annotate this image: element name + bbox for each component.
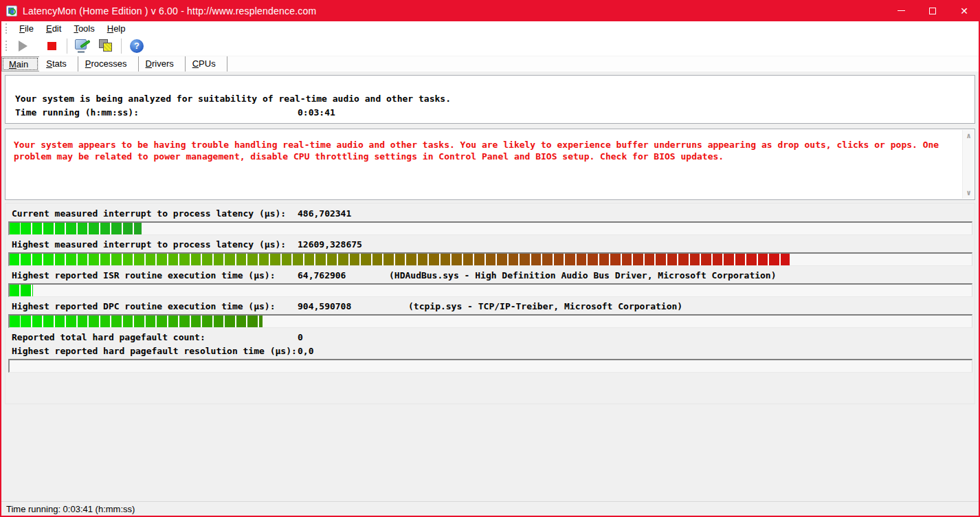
menu-bar: File Edit Tools Help — [1, 21, 979, 36]
tab-processes[interactable]: Processes — [78, 56, 139, 72]
processes-button[interactable] — [96, 37, 115, 55]
highest-latency-bar-fill — [10, 254, 790, 265]
warning-scrollbar[interactable]: ∧ ∨ — [962, 130, 974, 199]
dpc-time-label: Highest reported DPC routine execution t… — [12, 301, 276, 311]
tab-cpus[interactable]: CPUs — [186, 56, 227, 72]
toolbar-separator — [67, 38, 67, 54]
main-panel: Your system is being analyzed for suitab… — [1, 72, 979, 503]
pagefault-bar-track — [8, 359, 972, 373]
analysis-status-text: Your system is being analyzed for suitab… — [15, 94, 451, 104]
tab-stats[interactable]: Stats — [39, 56, 78, 72]
menu-file[interactable]: File — [13, 22, 40, 35]
stop-monitor-button[interactable] — [42, 37, 61, 55]
isr-time-value: 64,762906 — [298, 270, 346, 280]
latency-meters-group: Current measured interrupt to process la… — [5, 203, 975, 404]
dpc-time-value: 904,590708 — [298, 301, 351, 311]
menu-edit[interactable]: Edit — [40, 22, 67, 35]
maximize-button[interactable] — [917, 0, 948, 21]
time-running-label: Time running (h:mm:ss): — [15, 107, 139, 118]
tab-main[interactable]: Main — [1, 56, 39, 72]
isr-time-label: Highest reported ISR routine execution t… — [12, 270, 276, 280]
toolbar-separator — [121, 38, 122, 54]
app-icon — [6, 6, 17, 16]
analyze-button[interactable] — [73, 37, 92, 55]
dpc-driver-info: (tcpip.sys - TCP/IP-Treiber, Microsoft C… — [408, 301, 682, 311]
title-bar: LatencyMon (Home Edition ) v 6.00 - http… — [0, 0, 980, 21]
help-icon: ? — [130, 39, 144, 53]
caption-buttons: ✕ — [885, 0, 980, 21]
analysis-summary-box: Your system is being analyzed for suitab… — [5, 75, 975, 124]
scroll-up-icon[interactable]: ∧ — [963, 130, 975, 142]
window-title: LatencyMon (Home Edition ) v 6.00 - http… — [23, 6, 316, 16]
warning-text: Your system appears to be having trouble… — [14, 139, 957, 162]
tool-bar: ? — [1, 36, 979, 56]
current-latency-value: 486,702341 — [298, 208, 351, 219]
toolbar-grip — [5, 41, 8, 51]
close-icon: ✕ — [960, 6, 968, 16]
processes-windows-icon — [98, 38, 114, 54]
pagefault-count-label: Reported total hard pagefault count: — [12, 332, 205, 342]
highest-latency-bar-track — [8, 252, 972, 266]
tab-strip: Main Stats Processes Drivers CPUs — [1, 56, 979, 72]
dpc-bar-fill — [10, 316, 263, 327]
minimize-icon — [898, 10, 905, 11]
pagefault-time-value: 0,0 — [298, 346, 313, 356]
close-button[interactable]: ✕ — [948, 0, 980, 21]
isr-driver-info: (HDAudBus.sys - High Definition Audio Bu… — [389, 270, 777, 280]
menu-help[interactable]: Help — [101, 22, 132, 35]
highest-latency-value: 12609,328675 — [298, 239, 362, 250]
pagefault-time-label: Highest reported hard pagefault resoluti… — [12, 346, 297, 356]
scroll-down-icon[interactable]: ∨ — [963, 187, 975, 199]
status-text: Time running: 0:03:41 (h:mm:ss) — [6, 504, 135, 514]
dpc-bar-track — [8, 314, 972, 328]
play-icon — [19, 41, 27, 52]
menu-grip — [5, 23, 8, 34]
warning-box: Your system appears to be having trouble… — [5, 129, 975, 200]
latencymon-window: LatencyMon (Home Edition ) v 6.00 - http… — [0, 0, 980, 517]
minimize-button[interactable] — [885, 0, 917, 21]
isr-bar-track — [8, 283, 972, 297]
menu-tools[interactable]: Tools — [67, 22, 100, 35]
help-button[interactable]: ? — [127, 37, 146, 55]
analyze-tools-icon — [74, 38, 91, 54]
time-running-value: 0:03:41 — [298, 107, 335, 118]
start-monitor-button[interactable] — [13, 37, 32, 55]
stop-icon — [47, 42, 56, 50]
isr-bar-fill — [10, 285, 33, 296]
status-bar: Time running: 0:03:41 (h:mm:ss) — [1, 501, 979, 516]
highest-latency-label: Highest measured interrupt to process la… — [12, 239, 286, 250]
current-latency-bar-track — [8, 221, 972, 235]
current-latency-bar-fill — [10, 223, 142, 234]
current-latency-label: Current measured interrupt to process la… — [12, 208, 286, 219]
maximize-icon — [929, 8, 936, 14]
pagefault-count-value: 0 — [298, 332, 303, 342]
tab-drivers[interactable]: Drivers — [139, 56, 186, 72]
